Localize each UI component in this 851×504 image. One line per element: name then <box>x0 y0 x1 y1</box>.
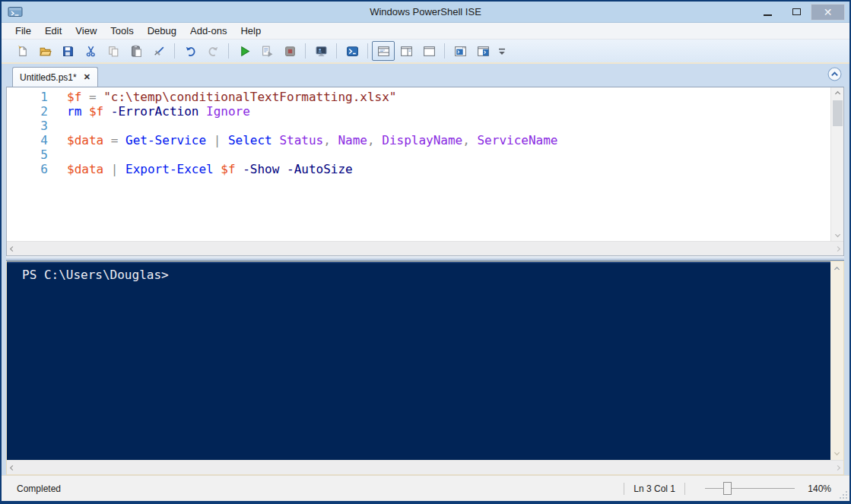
code-text: $data | Export-Excel $f -Show -AutoSize <box>48 162 353 176</box>
zoom-slider[interactable] <box>705 482 795 495</box>
tab-label: Untitled5.ps1* <box>20 72 77 83</box>
toolbar-separator <box>228 43 229 59</box>
editor-horizontal-scrollbar[interactable] <box>7 241 843 255</box>
paste-button[interactable] <box>125 41 148 61</box>
status-right-cluster: Ln 3 Col 1 140% <box>614 482 831 495</box>
line-number: 5 <box>7 147 48 162</box>
statusbar-separator <box>624 483 624 495</box>
code-line[interactable]: 2rm $f -ErrorAction Ignore <box>7 104 830 119</box>
line-number: 1 <box>7 90 48 104</box>
start-powershell-button[interactable] <box>341 41 364 61</box>
code-line[interactable]: 4$data = Get-Service | Select Status, Na… <box>7 133 830 147</box>
scroll-right-icon[interactable] <box>835 461 842 474</box>
maximize-icon <box>792 8 801 15</box>
show-script-pane-maximized-button[interactable] <box>418 41 440 61</box>
resize-grip-icon[interactable] <box>838 490 847 499</box>
open-script-icon <box>39 45 52 58</box>
code-line[interactable]: 1$f = "c:\temp\conditionalTextFormatting… <box>7 90 830 104</box>
code-text <box>48 119 75 133</box>
zoom-slider-thumb[interactable] <box>723 482 732 495</box>
line-number: 6 <box>7 162 48 176</box>
zoom-slider-track[interactable] <box>705 488 795 489</box>
save-icon <box>62 45 75 58</box>
tab-strip: Untitled5.ps1* ✕ <box>2 64 849 87</box>
scroll-down-icon[interactable] <box>834 446 840 460</box>
status-text: Completed <box>17 483 61 494</box>
collapse-script-pane-button[interactable] <box>827 67 842 81</box>
powershell-tab-icon <box>454 45 467 58</box>
menu-item-view[interactable]: View <box>69 24 103 38</box>
close-button[interactable]: ✕ <box>811 4 845 21</box>
cut-button[interactable] <box>79 41 102 61</box>
code-line[interactable]: 3 <box>7 119 830 133</box>
powershell-window-icon <box>477 45 490 58</box>
redo-button[interactable] <box>202 41 224 61</box>
run-script-icon <box>238 45 251 58</box>
minimize-button[interactable] <box>753 4 782 21</box>
menu-bar: FileEditViewToolsDebugAdd-onsHelp <box>2 23 849 40</box>
powershell-window-button[interactable] <box>472 41 494 61</box>
powershell-ise-window: Windows PowerShell ISE ✕ FileEditViewToo… <box>0 0 851 504</box>
run-script-button[interactable] <box>233 41 256 61</box>
clear-console-pane-button[interactable] <box>148 41 170 61</box>
copy-icon <box>107 45 120 58</box>
maximize-button[interactable] <box>782 4 811 21</box>
powershell-tab-button[interactable] <box>449 41 472 61</box>
title-bar: Windows PowerShell ISE ✕ <box>2 2 849 23</box>
start-powershell-icon <box>346 45 359 58</box>
script-editor[interactable]: 1$f = "c:\temp\conditionalTextFormatting… <box>7 87 830 241</box>
scroll-up-icon[interactable] <box>834 262 840 275</box>
tab-untitled5[interactable]: Untitled5.ps1* ✕ <box>12 67 98 87</box>
line-number: 4 <box>7 133 48 147</box>
tab-close-icon[interactable]: ✕ <box>84 72 90 82</box>
open-script-button[interactable] <box>33 41 56 61</box>
console-horizontal-scrollbar[interactable] <box>7 460 843 474</box>
menu-item-file[interactable]: File <box>9 24 37 38</box>
show-script-pane-top-button[interactable] <box>372 41 395 61</box>
script-pane: 1$f = "c:\temp\conditionalTextFormatting… <box>6 87 844 256</box>
new-remote-powershell-tab-icon <box>315 45 328 58</box>
scroll-left-icon[interactable] <box>8 461 15 474</box>
scroll-left-icon[interactable] <box>8 242 15 255</box>
main-area: 1$f = "c:\temp\conditionalTextFormatting… <box>2 87 849 475</box>
scroll-down-icon[interactable] <box>831 230 843 241</box>
stop-operation-button[interactable] <box>278 41 301 61</box>
toolbar-overflow-button[interactable] <box>496 41 508 61</box>
scroll-right-icon[interactable] <box>835 242 842 255</box>
show-script-pane-right-icon <box>400 45 413 58</box>
paste-icon <box>130 45 143 58</box>
copy-button[interactable] <box>102 41 125 61</box>
console-vertical-scrollbar[interactable] <box>830 262 843 460</box>
cut-icon <box>84 45 97 58</box>
new-script-icon <box>16 45 29 58</box>
console-input-area[interactable]: PS C:\Users\Douglas> <box>7 262 830 460</box>
scrollbar-thumb[interactable] <box>833 100 843 126</box>
statusbar-separator <box>684 483 685 495</box>
editor-vertical-scrollbar[interactable] <box>830 87 843 241</box>
undo-button[interactable] <box>179 41 202 61</box>
menu-item-addons[interactable]: Add-ons <box>184 24 233 38</box>
scroll-up-icon[interactable] <box>831 87 843 99</box>
menu-item-help[interactable]: Help <box>234 24 267 38</box>
code-line[interactable]: 5 <box>7 147 830 162</box>
menu-item-debug[interactable]: Debug <box>141 24 183 38</box>
menu-item-edit[interactable]: Edit <box>39 24 68 38</box>
toolbar-separator <box>174 43 175 59</box>
code-text: rm $f -ErrorAction Ignore <box>48 104 250 119</box>
new-script-button[interactable] <box>11 41 33 61</box>
code-text: $data = Get-Service | Select Status, Nam… <box>48 133 557 147</box>
close-icon: ✕ <box>824 6 833 18</box>
new-remote-powershell-tab-button[interactable] <box>310 41 332 61</box>
line-number: 3 <box>7 119 48 133</box>
undo-icon <box>184 45 197 58</box>
code-text <box>48 147 75 162</box>
line-number: 2 <box>7 104 48 119</box>
save-button[interactable] <box>56 41 79 61</box>
run-selection-button[interactable] <box>256 41 278 61</box>
code-line[interactable]: 6$data | Export-Excel $f -Show -AutoSize <box>7 162 830 176</box>
toolbar-separator <box>444 43 445 59</box>
cursor-position: Ln 3 Col 1 <box>633 483 675 494</box>
show-script-pane-right-button[interactable] <box>395 41 418 61</box>
stop-operation-icon <box>284 45 297 58</box>
menu-item-tools[interactable]: Tools <box>104 24 139 38</box>
